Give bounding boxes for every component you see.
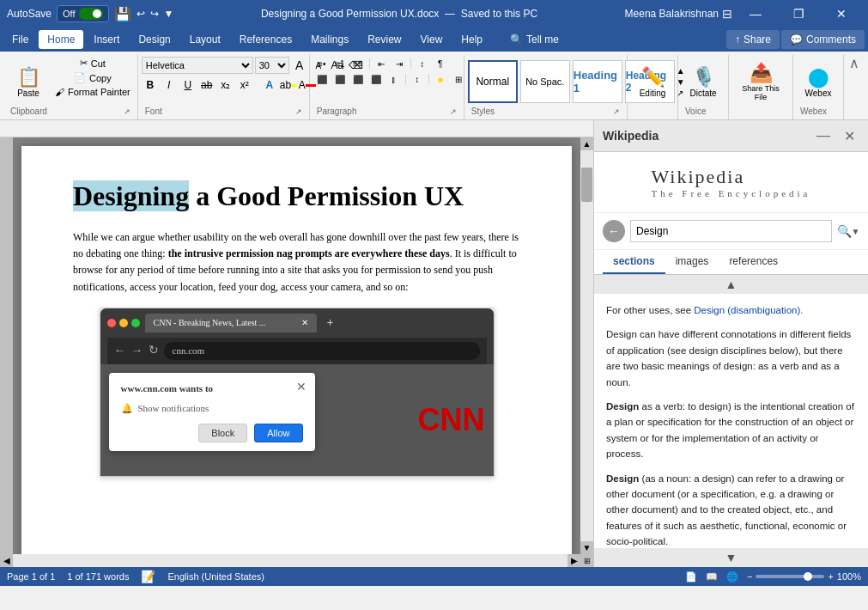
menu-layout[interactable]: Layout — [181, 30, 229, 49]
collapse-ribbon-btn[interactable]: ∧ — [844, 55, 865, 119]
style-no-spacing[interactable]: No Spac. — [520, 60, 570, 103]
dictate-btn[interactable]: 🎙️ Dictate — [682, 57, 725, 107]
hscroll-left-btn[interactable]: ◀ — [0, 554, 13, 567]
menu-insert[interactable]: Insert — [85, 30, 128, 49]
hscroll-right-btn[interactable]: ▶ — [568, 554, 580, 567]
menu-review[interactable]: Review — [359, 30, 410, 49]
expand-btn[interactable]: ⊞ — [580, 554, 593, 567]
numbering-btn[interactable]: ≡1 — [331, 57, 349, 70]
styles-launcher-icon[interactable]: ↗ — [613, 107, 620, 116]
wiki-text-area: For other uses, see Design (disambiguati… — [594, 294, 868, 548]
subscript-btn[interactable]: x₂ — [217, 77, 234, 93]
allow-btn[interactable]: Allow — [254, 424, 302, 442]
increase-indent-btn[interactable]: ⇥ — [391, 57, 408, 70]
strikethrough-btn[interactable]: ab — [198, 77, 215, 93]
title-bar-right: Meena Balakrishnan ⊟ — ❐ ✕ — [625, 0, 861, 27]
doc-scroll[interactable]: Designing a Good Permission UX While we … — [0, 137, 593, 567]
grow-font-btn[interactable]: A — [291, 58, 308, 73]
view-web-btn[interactable]: 🌐 — [726, 571, 738, 583]
wiki-back-btn[interactable]: ← — [603, 220, 625, 242]
cut-btn[interactable]: ✂ Cut — [52, 57, 134, 70]
line-spacing-btn[interactable]: ↕ — [409, 72, 426, 86]
align-right-btn[interactable]: ⬛ — [349, 72, 367, 86]
share-file-group: 📤 Share This File — [729, 55, 793, 119]
shading-btn[interactable]: ■ — [432, 72, 449, 86]
decrease-indent-btn[interactable]: ⇤ — [373, 57, 390, 70]
share-file-btn[interactable]: 📤 Share This File — [732, 57, 789, 107]
wiki-scroll-up-btn[interactable]: ▲ — [594, 275, 868, 294]
wiki-disambig-link[interactable]: Design (disambiguation). — [694, 305, 803, 315]
undo-btn[interactable]: ↩ — [137, 8, 145, 20]
menu-design[interactable]: Design — [130, 30, 179, 49]
window-dots — [107, 319, 140, 327]
underline-btn[interactable]: U — [179, 77, 197, 93]
clipboard-launcher-icon[interactable]: ↗ — [124, 107, 131, 116]
restore-btn[interactable]: ❐ — [779, 0, 818, 27]
red-dot — [107, 319, 116, 327]
superscript-btn[interactable]: x² — [236, 77, 253, 93]
wiki-scroll-down-btn[interactable]: ▼ — [594, 548, 868, 567]
customize-qat[interactable]: ▼ — [164, 8, 174, 20]
view-read-btn[interactable]: 📖 — [706, 571, 718, 583]
redo-btn[interactable]: ↪ — [150, 8, 159, 20]
bullets-btn[interactable]: ≡• — [313, 57, 331, 70]
scroll-thumb[interactable] — [581, 168, 592, 202]
zoom-slider[interactable] — [756, 575, 824, 578]
style-heading1[interactable]: Heading 1 — [573, 60, 622, 103]
paragraph-launcher-icon[interactable]: ↗ — [450, 107, 457, 116]
search-dropdown-icon[interactable]: ▼ — [852, 227, 860, 236]
scroll-track[interactable] — [580, 150, 593, 541]
wiki-search-btn[interactable]: 🔍 ▼ — [837, 220, 859, 242]
menu-file[interactable]: File — [3, 30, 37, 49]
close-btn[interactable]: ✕ — [822, 0, 861, 27]
menu-mailings[interactable]: Mailings — [302, 30, 357, 49]
font-size-select[interactable]: 30 — [255, 57, 289, 74]
scroll-down-btn[interactable]: ▼ — [580, 541, 593, 554]
menu-help[interactable]: Help — [452, 30, 491, 49]
menu-tell-me[interactable]: 🔍 Tell me — [501, 30, 568, 49]
vertical-scrollbar[interactable]: ▲ ▼ — [580, 137, 593, 554]
block-btn[interactable]: Block — [198, 424, 247, 442]
style-normal[interactable]: Normal — [468, 60, 518, 103]
wiki-tab-references[interactable]: references — [719, 250, 788, 274]
save-icon[interactable]: 💾 — [114, 6, 131, 22]
multilevel-btn[interactable]: ≡≡ — [349, 57, 367, 70]
zoom-out-btn[interactable]: − — [747, 571, 752, 582]
text-effects-btn[interactable]: A — [261, 77, 278, 93]
minimize-btn[interactable]: — — [736, 0, 775, 27]
hscroll-track[interactable] — [13, 554, 568, 567]
scroll-up-btn[interactable]: ▲ — [580, 137, 593, 150]
menu-references[interactable]: References — [231, 30, 300, 49]
paste-btn[interactable]: 📋 Paste — [7, 57, 50, 107]
view-normal-btn[interactable]: 📄 — [685, 571, 697, 583]
align-center-btn[interactable]: ⬛ — [331, 72, 349, 86]
ribbon-display-btn[interactable]: ⊟ — [722, 7, 732, 21]
font-family-select[interactable]: Helvetica — [142, 57, 253, 74]
align-left-btn[interactable]: ⬛ — [313, 72, 331, 86]
menu-home[interactable]: Home — [39, 30, 83, 49]
share-btn[interactable]: ↑ Share — [726, 30, 780, 49]
horizontal-scrollbar[interactable]: ◀ ▶ ⊞ — [0, 554, 593, 567]
format-painter-btn[interactable]: 🖌 Format Painter — [52, 86, 134, 98]
menu-view[interactable]: View — [412, 30, 452, 49]
webex-group: ⬤ Webex Webex — [793, 55, 844, 119]
editing-btn[interactable]: ✏️ Editing — [631, 57, 674, 107]
webex-btn[interactable]: ⬤ Webex — [797, 57, 840, 107]
wiki-close-btn[interactable]: ✕ — [839, 125, 859, 146]
copy-btn[interactable]: 📄 Copy — [52, 71, 134, 84]
autosave-toggle[interactable]: Off — [57, 5, 108, 22]
wiki-minimize-btn[interactable]: — — [813, 125, 834, 146]
comments-btn[interactable]: 💬 Comments — [781, 30, 865, 49]
bold-btn[interactable]: B — [142, 77, 159, 93]
show-marks-btn[interactable]: ¶ — [432, 57, 449, 70]
italic-btn[interactable]: I — [161, 77, 178, 93]
sort-btn[interactable]: ↕ — [414, 57, 431, 70]
font-launcher-icon[interactable]: ↗ — [295, 107, 302, 116]
zoom-in-btn[interactable]: + — [828, 571, 833, 582]
columns-btn[interactable]: ⫿ — [385, 72, 403, 86]
wiki-search-input[interactable] — [630, 220, 832, 242]
justify-btn[interactable]: ⬛ — [367, 72, 385, 86]
text-highlight-btn[interactable]: ab — [280, 77, 297, 93]
wiki-tab-sections[interactable]: sections — [603, 250, 665, 274]
wiki-tab-images[interactable]: images — [665, 250, 719, 274]
